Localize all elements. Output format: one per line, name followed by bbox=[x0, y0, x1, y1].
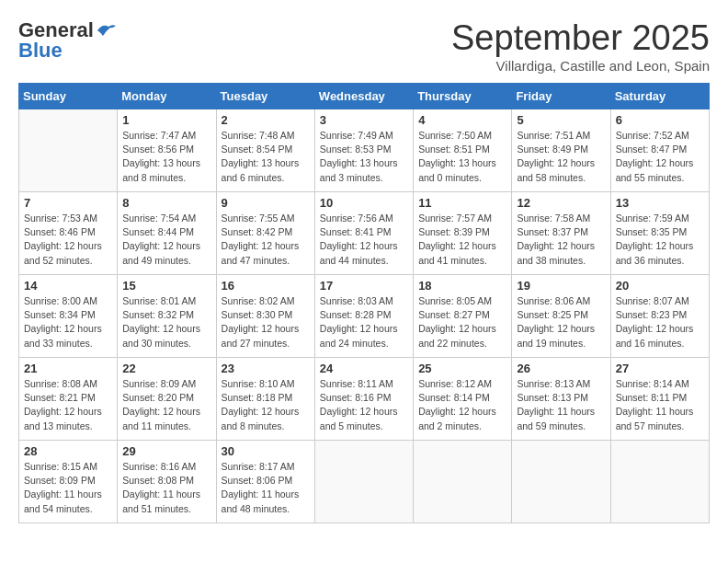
calendar-cell: 12Sunrise: 7:58 AMSunset: 8:37 PMDayligh… bbox=[512, 192, 610, 275]
calendar-cell: 24Sunrise: 8:11 AMSunset: 8:16 PMDayligh… bbox=[314, 358, 413, 441]
calendar-cell: 9Sunrise: 7:55 AMSunset: 8:42 PMDaylight… bbox=[216, 192, 314, 275]
header-saturday: Saturday bbox=[610, 84, 709, 109]
day-info: Sunrise: 8:00 AMSunset: 8:34 PMDaylight:… bbox=[24, 294, 112, 350]
header-sunday: Sunday bbox=[19, 84, 118, 109]
calendar-cell: 4Sunrise: 7:50 AMSunset: 8:51 PMDaylight… bbox=[414, 109, 512, 192]
calendar-header-row: SundayMondayTuesdayWednesdayThursdayFrid… bbox=[19, 84, 710, 109]
day-info: Sunrise: 8:13 AMSunset: 8:13 PMDaylight:… bbox=[517, 377, 605, 433]
day-info: Sunrise: 8:08 AMSunset: 8:21 PMDaylight:… bbox=[24, 377, 112, 433]
calendar-cell: 17Sunrise: 8:03 AMSunset: 8:28 PMDayligh… bbox=[314, 275, 413, 358]
calendar-cell bbox=[314, 441, 413, 523]
day-number: 2 bbox=[222, 113, 310, 127]
day-number: 22 bbox=[122, 362, 210, 375]
day-info: Sunrise: 8:12 AMSunset: 8:14 PMDaylight:… bbox=[418, 377, 506, 433]
calendar-cell: 29Sunrise: 8:16 AMSunset: 8:08 PMDayligh… bbox=[118, 441, 216, 523]
day-number: 4 bbox=[418, 113, 506, 127]
calendar-cell: 5Sunrise: 7:51 AMSunset: 8:49 PMDaylight… bbox=[512, 109, 610, 192]
day-number: 1 bbox=[122, 113, 210, 127]
calendar-cell: 26Sunrise: 8:13 AMSunset: 8:13 PMDayligh… bbox=[512, 358, 610, 441]
day-number: 18 bbox=[418, 279, 506, 293]
calendar-cell: 20Sunrise: 8:07 AMSunset: 8:23 PMDayligh… bbox=[610, 275, 709, 358]
day-info: Sunrise: 7:48 AMSunset: 8:54 PMDaylight:… bbox=[222, 129, 310, 185]
day-number: 24 bbox=[320, 362, 408, 375]
calendar-cell: 27Sunrise: 8:14 AMSunset: 8:11 PMDayligh… bbox=[610, 358, 709, 441]
day-info: Sunrise: 8:03 AMSunset: 8:28 PMDaylight:… bbox=[320, 294, 408, 350]
page-header: General Blue September 2025 Villardiga, … bbox=[18, 18, 710, 74]
calendar-cell: 23Sunrise: 8:10 AMSunset: 8:18 PMDayligh… bbox=[216, 358, 314, 441]
calendar-cell: 22Sunrise: 8:09 AMSunset: 8:20 PMDayligh… bbox=[118, 358, 216, 441]
day-info: Sunrise: 7:49 AMSunset: 8:53 PMDaylight:… bbox=[320, 129, 408, 185]
calendar-cell bbox=[414, 441, 512, 523]
day-info: Sunrise: 7:56 AMSunset: 8:41 PMDaylight:… bbox=[320, 212, 408, 268]
day-number: 26 bbox=[517, 362, 605, 375]
day-info: Sunrise: 8:10 AMSunset: 8:18 PMDaylight:… bbox=[222, 377, 310, 433]
calendar-cell: 6Sunrise: 7:52 AMSunset: 8:47 PMDaylight… bbox=[610, 109, 709, 192]
day-number: 8 bbox=[122, 196, 210, 210]
day-info: Sunrise: 8:05 AMSunset: 8:27 PMDaylight:… bbox=[418, 294, 506, 350]
calendar-week-row: 28Sunrise: 8:15 AMSunset: 8:09 PMDayligh… bbox=[19, 441, 710, 523]
calendar-cell: 14Sunrise: 8:00 AMSunset: 8:34 PMDayligh… bbox=[19, 275, 118, 358]
day-number: 30 bbox=[222, 444, 310, 458]
calendar-cell: 7Sunrise: 7:53 AMSunset: 8:46 PMDaylight… bbox=[19, 192, 118, 275]
calendar-cell: 19Sunrise: 8:06 AMSunset: 8:25 PMDayligh… bbox=[512, 275, 610, 358]
day-info: Sunrise: 8:11 AMSunset: 8:16 PMDaylight:… bbox=[320, 377, 408, 433]
day-info: Sunrise: 8:16 AMSunset: 8:08 PMDaylight:… bbox=[122, 460, 210, 516]
day-info: Sunrise: 7:58 AMSunset: 8:37 PMDaylight:… bbox=[517, 212, 605, 268]
day-info: Sunrise: 7:53 AMSunset: 8:46 PMDaylight:… bbox=[24, 212, 112, 268]
day-number: 12 bbox=[517, 196, 605, 210]
calendar-cell: 1Sunrise: 7:47 AMSunset: 8:56 PMDaylight… bbox=[118, 109, 216, 192]
logo: General Blue bbox=[18, 18, 116, 63]
day-info: Sunrise: 8:02 AMSunset: 8:30 PMDaylight:… bbox=[222, 294, 310, 350]
day-info: Sunrise: 7:54 AMSunset: 8:44 PMDaylight:… bbox=[122, 212, 210, 268]
calendar-cell: 3Sunrise: 7:49 AMSunset: 8:53 PMDaylight… bbox=[314, 109, 413, 192]
day-number: 23 bbox=[222, 362, 310, 375]
day-info: Sunrise: 7:57 AMSunset: 8:39 PMDaylight:… bbox=[418, 212, 506, 268]
month-title: September 2025 bbox=[451, 18, 710, 58]
calendar-cell: 16Sunrise: 8:02 AMSunset: 8:30 PMDayligh… bbox=[216, 275, 314, 358]
day-info: Sunrise: 8:06 AMSunset: 8:25 PMDaylight:… bbox=[517, 294, 605, 350]
calendar-cell: 28Sunrise: 8:15 AMSunset: 8:09 PMDayligh… bbox=[19, 441, 118, 523]
day-number: 3 bbox=[320, 113, 408, 127]
logo-line2: Blue bbox=[18, 39, 63, 63]
calendar-cell bbox=[512, 441, 610, 523]
day-number: 7 bbox=[24, 196, 112, 210]
day-info: Sunrise: 7:51 AMSunset: 8:49 PMDaylight:… bbox=[517, 129, 605, 185]
day-info: Sunrise: 7:47 AMSunset: 8:56 PMDaylight:… bbox=[122, 129, 210, 185]
day-info: Sunrise: 8:15 AMSunset: 8:09 PMDaylight:… bbox=[24, 460, 112, 516]
calendar-cell bbox=[19, 109, 118, 192]
header-tuesday: Tuesday bbox=[216, 84, 314, 109]
day-info: Sunrise: 8:01 AMSunset: 8:32 PMDaylight:… bbox=[122, 294, 210, 350]
calendar-cell: 30Sunrise: 8:17 AMSunset: 8:06 PMDayligh… bbox=[216, 441, 314, 523]
day-number: 11 bbox=[418, 196, 506, 210]
header-monday: Monday bbox=[118, 84, 216, 109]
calendar-cell: 21Sunrise: 8:08 AMSunset: 8:21 PMDayligh… bbox=[19, 358, 118, 441]
day-number: 17 bbox=[320, 279, 408, 293]
day-info: Sunrise: 7:50 AMSunset: 8:51 PMDaylight:… bbox=[418, 129, 506, 185]
day-info: Sunrise: 7:55 AMSunset: 8:42 PMDaylight:… bbox=[222, 212, 310, 268]
calendar-week-row: 21Sunrise: 8:08 AMSunset: 8:21 PMDayligh… bbox=[19, 358, 710, 441]
calendar-cell: 10Sunrise: 7:56 AMSunset: 8:41 PMDayligh… bbox=[314, 192, 413, 275]
calendar-cell: 25Sunrise: 8:12 AMSunset: 8:14 PMDayligh… bbox=[414, 358, 512, 441]
day-number: 10 bbox=[320, 196, 408, 210]
calendar-cell: 13Sunrise: 7:59 AMSunset: 8:35 PMDayligh… bbox=[610, 192, 709, 275]
header-friday: Friday bbox=[512, 84, 610, 109]
day-info: Sunrise: 8:14 AMSunset: 8:11 PMDaylight:… bbox=[616, 377, 704, 433]
day-number: 29 bbox=[122, 444, 210, 458]
day-number: 21 bbox=[24, 362, 112, 375]
day-number: 15 bbox=[122, 279, 210, 293]
calendar-week-row: 7Sunrise: 7:53 AMSunset: 8:46 PMDaylight… bbox=[19, 192, 710, 275]
day-info: Sunrise: 7:52 AMSunset: 8:47 PMDaylight:… bbox=[616, 129, 704, 185]
day-number: 13 bbox=[616, 196, 704, 210]
day-number: 16 bbox=[222, 279, 310, 293]
location-subtitle: Villardiga, Castille and Leon, Spain bbox=[451, 58, 710, 74]
day-info: Sunrise: 8:09 AMSunset: 8:20 PMDaylight:… bbox=[122, 377, 210, 433]
day-number: 20 bbox=[616, 279, 704, 293]
title-block: September 2025 Villardiga, Castille and … bbox=[451, 18, 710, 74]
day-number: 14 bbox=[24, 279, 112, 293]
calendar-cell: 8Sunrise: 7:54 AMSunset: 8:44 PMDaylight… bbox=[118, 192, 216, 275]
header-wednesday: Wednesday bbox=[314, 84, 413, 109]
calendar-cell: 18Sunrise: 8:05 AMSunset: 8:27 PMDayligh… bbox=[414, 275, 512, 358]
calendar-week-row: 14Sunrise: 8:00 AMSunset: 8:34 PMDayligh… bbox=[19, 275, 710, 358]
day-number: 28 bbox=[24, 444, 112, 458]
calendar-cell bbox=[610, 441, 709, 523]
